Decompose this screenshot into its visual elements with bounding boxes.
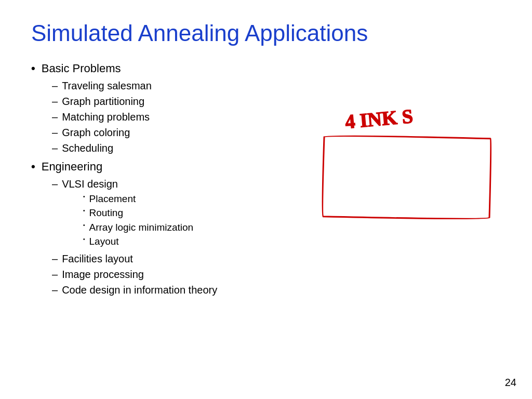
dash-icon: – <box>52 110 58 124</box>
list-item: – Image processing <box>52 267 303 282</box>
dash-icon: – <box>52 267 58 282</box>
sub-list-basic: – Traveling salesman – Graph partitionin… <box>52 78 303 155</box>
small-bullet-icon: • <box>83 221 85 230</box>
bullet-label-engineering: Engineering <box>42 159 102 175</box>
list-item: • Engineering – VLSI design <box>31 159 303 297</box>
dash-icon: – <box>52 78 58 93</box>
sub-item-label: Graph partitioning <box>62 94 144 109</box>
list-item: • Basic Problems – Traveling salesman – … <box>31 61 303 155</box>
main-list: • Basic Problems – Traveling salesman – … <box>31 61 303 297</box>
list-item: • Array logic minimization <box>83 221 303 235</box>
small-bullet-icon: • <box>83 206 85 216</box>
list-item: • Placement <box>83 192 303 206</box>
list-item: – Matching problems <box>52 110 303 124</box>
slide: Simulated Annealing Applications • Basic… <box>0 0 532 399</box>
sub-sub-item-label: Placement <box>89 192 136 206</box>
annotation-area: 4 INK S <box>314 61 501 301</box>
dash-icon: – <box>52 141 58 155</box>
annotation-svg: 4 INK S <box>314 61 501 301</box>
sub-item-label: Scheduling <box>62 141 113 155</box>
bullet-item-basic: • Basic Problems <box>31 61 303 76</box>
sub-item-label: Facilities layout <box>62 251 133 266</box>
small-bullet-icon: • <box>83 192 85 202</box>
list-item: – Code design in information theory <box>52 283 303 297</box>
sub-item-label: Matching problems <box>62 110 150 124</box>
list-item: – Graph partitioning <box>52 94 303 109</box>
dash-icon: – <box>52 283 58 297</box>
dash-icon: – <box>52 94 58 109</box>
sub-sub-item-label: Layout <box>89 235 119 249</box>
sub-sub-list-vlsi: • Placement • Routing • <box>83 192 303 249</box>
sub-sub-item-label: Array logic minimization <box>89 221 194 235</box>
list-item: • Layout <box>83 235 303 249</box>
svg-text:4 INK S: 4 INK S <box>344 105 414 132</box>
sub-list-engineering: – VLSI design • Placement • <box>52 177 303 297</box>
dash-icon: – <box>52 251 58 266</box>
bullet-label-basic: Basic Problems <box>42 61 121 76</box>
sub-item-label: Image processing <box>62 267 144 282</box>
list-item: – Scheduling <box>52 141 303 155</box>
list-item: – Traveling salesman <box>52 78 303 93</box>
left-content: • Basic Problems – Traveling salesman – … <box>31 61 303 301</box>
list-item: • Routing <box>83 206 303 220</box>
sub-sub-item-label: Routing <box>89 206 124 220</box>
dash-icon: – <box>52 125 58 140</box>
sub-item-label: VLSI design <box>62 177 118 191</box>
sub-item-label: Traveling salesman <box>62 78 152 93</box>
slide-title: Simulated Annealing Applications <box>31 21 501 46</box>
small-bullet-icon: • <box>83 235 85 244</box>
dash-icon: – <box>52 177 58 191</box>
bullet-dot: • <box>31 61 35 76</box>
sub-item-label: Graph coloring <box>62 125 130 140</box>
sub-item-label: Code design in information theory <box>62 283 217 297</box>
list-item: – Graph coloring <box>52 125 303 140</box>
bullet-dot: • <box>31 159 35 175</box>
page-number: 24 <box>505 377 516 389</box>
list-item: – Facilities layout <box>52 251 303 266</box>
list-item: – VLSI design • Placement • <box>52 177 303 250</box>
slide-content: • Basic Problems – Traveling salesman – … <box>31 61 501 301</box>
bullet-item-engineering: • Engineering <box>31 159 303 175</box>
